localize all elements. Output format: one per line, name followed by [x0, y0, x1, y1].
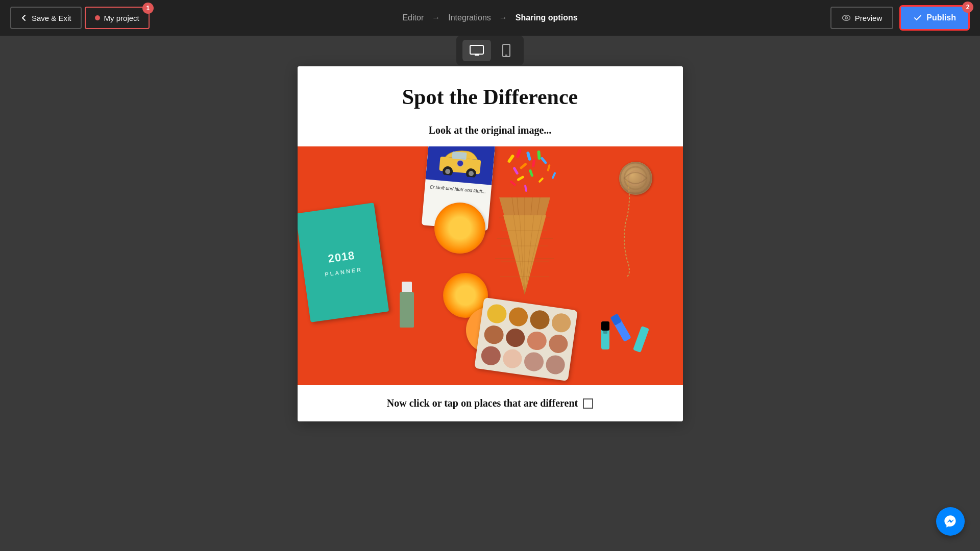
publish-label: Publish [926, 13, 956, 22]
project-dot-icon [95, 15, 100, 20]
nav-step-integrations[interactable]: Integrations [448, 13, 491, 22]
canvas-card: Spot the Difference Look at the original… [298, 66, 683, 421]
canvas-header: Spot the Difference Look at the original… [298, 66, 683, 146]
nav-steps: Editor → Integrations → Sharing options [402, 0, 577, 36]
publish-badge: 2 [962, 2, 973, 13]
topbar-left: Save & Exit My project 1 [10, 7, 150, 29]
nav-arrow-1: → [432, 13, 440, 22]
mobile-icon [502, 44, 510, 57]
palette-swatch [507, 306, 529, 328]
canvas-area: Spot the Difference Look at the original… [0, 36, 980, 551]
nav-step-sharing[interactable]: Sharing options [516, 13, 578, 22]
planner-book: 2018 PLANNER [298, 203, 389, 322]
palette-swatch [480, 345, 501, 367]
topbar: Save & Exit My project 1 Editor → Integr… [0, 0, 980, 36]
eye-icon [842, 13, 851, 22]
preview-button[interactable]: Preview [830, 7, 893, 29]
svg-rect-53 [603, 331, 607, 334]
svg-point-0 [842, 15, 850, 21]
save-exit-label: Save & Exit [32, 14, 71, 22]
device-toggle [456, 36, 524, 65]
ice-cream-cones [484, 146, 566, 310]
palette-swatch [544, 354, 566, 375]
arrow-left-icon [20, 14, 28, 21]
planner-year: 2018 [327, 246, 356, 268]
eyeshadow-palette [474, 297, 578, 381]
save-exit-button[interactable]: Save & Exit [10, 7, 82, 29]
palette-swatch [550, 312, 572, 334]
palette-swatch [523, 351, 544, 372]
preview-label: Preview [855, 14, 882, 22]
palette-swatch [501, 348, 523, 370]
palette-swatch [483, 324, 504, 345]
palette-swatch [526, 330, 547, 352]
project-name-label: My project [104, 14, 139, 22]
nav-arrow-2: → [499, 13, 507, 22]
rope-string [611, 177, 642, 279]
nav-step-editor[interactable]: Editor [402, 13, 424, 22]
canvas-footer-text: Now click or tap on places that are diff… [318, 397, 663, 409]
project-badge: 1 [142, 3, 154, 14]
svg-rect-2 [470, 45, 483, 54]
topbar-right: Preview Publish 2 [830, 5, 970, 31]
canvas-footer: Now click or tap on places that are diff… [298, 385, 683, 421]
publish-button[interactable]: Publish 2 [899, 5, 970, 31]
svg-rect-12 [452, 151, 467, 159]
mobile-device-button[interactable] [495, 40, 518, 61]
svg-point-1 [845, 17, 848, 19]
clothespins-svg [599, 311, 660, 357]
canvas-image[interactable]: Er läuft und läuft und läuft... [298, 146, 683, 385]
project-button[interactable]: My project 1 [85, 7, 150, 29]
canvas-subtitle: Look at the original image... [318, 124, 663, 136]
nail-polish [400, 282, 414, 328]
messenger-icon [943, 514, 958, 529]
palette-swatch [486, 303, 507, 324]
nail-polish-bottle [400, 292, 414, 328]
palette-swatch [504, 327, 526, 348]
svg-rect-56 [632, 326, 649, 353]
palette-swatch [529, 309, 550, 331]
checkbox-icon [583, 398, 593, 409]
desktop-device-button[interactable] [462, 40, 491, 61]
palette-swatch [547, 333, 569, 355]
messenger-fab[interactable] [936, 507, 965, 536]
svg-rect-52 [601, 321, 609, 331]
orange-slice-1 [434, 203, 485, 254]
check-icon [913, 13, 922, 22]
nail-polish-cap [402, 282, 412, 293]
footer-text-label: Now click or tap on places that are diff… [387, 397, 578, 409]
desktop-icon [470, 45, 484, 56]
canvas-title: Spot the Difference [318, 85, 663, 109]
cones-svg [484, 146, 566, 305]
